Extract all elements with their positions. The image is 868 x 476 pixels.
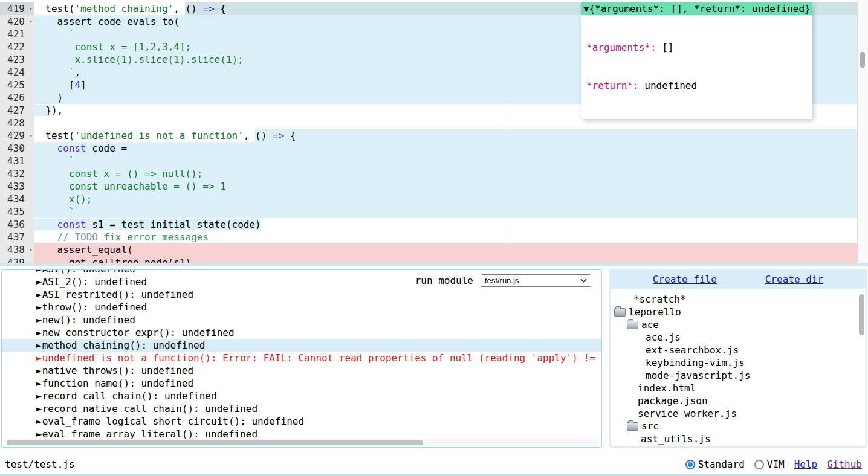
gutter-cell[interactable]: 433 [0, 180, 34, 193]
github-link[interactable]: Github [827, 458, 862, 470]
gutter-cell[interactable]: 429▾ [0, 129, 34, 142]
file-tree-scrollbar[interactable] [858, 293, 865, 445]
gutter-cell[interactable]: 423 [0, 53, 34, 66]
gutter-cell[interactable]: 420▾ [0, 15, 34, 28]
test-result-item[interactable]: ►eval_frame logical short circuit(): und… [2, 415, 601, 428]
tree-file[interactable]: index.html [611, 382, 866, 394]
error-line[interactable]: assert_equal( [34, 243, 858, 256]
tree-folder[interactable]: src [611, 420, 866, 433]
code-editor[interactable]: 419▾ test('method chaining', () => { 420… [0, 0, 868, 263]
code-line: 433 const unreachable = () => 1 [0, 180, 858, 193]
expand-icon[interactable]: ► [36, 276, 42, 288]
code-text[interactable]: ` [34, 155, 858, 167]
expand-icon[interactable]: ► [36, 403, 42, 414]
popup-header[interactable]: ▼{*arguments*: [], *return*: undefined} [581, 2, 812, 15]
code-text[interactable]: // TODO fix error messages [34, 231, 858, 243]
code-text[interactable]: const code = [34, 142, 858, 155]
gutter-cell[interactable]: 431 [0, 155, 34, 167]
scrollbar-thumb[interactable] [859, 294, 864, 335]
fold-icon[interactable]: ▾ [29, 129, 33, 142]
keybinding-standard-radio[interactable]: Standard [685, 458, 745, 470]
gutter-cell[interactable]: 419▾ [0, 2, 34, 15]
fold-icon[interactable]: ▾ [29, 2, 33, 15]
code-text[interactable]: x(); [34, 193, 858, 205]
expand-icon[interactable]: ► [36, 378, 42, 389]
eval-results-panel[interactable]: ►ASI(): undefined ►ASI_2(): undefined ►A… [1, 269, 602, 448]
gutter-cell[interactable]: 426 [0, 91, 34, 104]
code-text[interactable]: const x = () => null(); [34, 167, 858, 180]
gutter-cell[interactable]: 432 [0, 167, 34, 180]
tree-file[interactable]: mode-javascript.js [611, 369, 866, 382]
test-result-item[interactable]: ►eval_frame array_literal(): undefined [2, 428, 601, 440]
collapse-icon[interactable]: ▼ [583, 3, 589, 14]
gutter-cell[interactable]: 427 [0, 104, 34, 117]
fold-icon[interactable]: ▾ [29, 15, 33, 28]
error-line[interactable]: get_calltree_node(s1) [34, 256, 858, 263]
gutter-cell[interactable]: 437 [0, 231, 34, 243]
create-file-link[interactable]: Create file [653, 273, 717, 286]
gutter-cell[interactable]: 439 [0, 256, 34, 263]
expand-icon[interactable]: ► [36, 327, 42, 338]
gutter-cell[interactable]: 438▾ [0, 243, 34, 256]
tree-folder[interactable]: leporello [611, 306, 866, 318]
expand-icon[interactable]: ► [36, 352, 42, 364]
scrollbar-thumb[interactable] [7, 440, 423, 445]
tree-file[interactable]: ext-searchbox.js [611, 344, 866, 356]
test-result-item[interactable]: ►record call chain(): undefined [2, 390, 601, 402]
test-result-item-failed[interactable]: ►undefined is not a function(): Error: F… [2, 352, 601, 364]
gutter-cell[interactable]: 421 [0, 28, 34, 40]
tree-folder[interactable]: ace [611, 318, 866, 331]
expand-icon[interactable]: ► [36, 301, 42, 313]
expand-icon[interactable]: ► [36, 339, 42, 351]
tree-file[interactable]: package.json [611, 394, 866, 407]
popup-entry[interactable]: *return*: undefined [586, 79, 808, 92]
expand-icon[interactable]: ► [36, 365, 42, 376]
gutter-cell[interactable]: 424 [0, 66, 34, 79]
expand-icon[interactable]: ► [36, 289, 42, 300]
test-result-item[interactable]: ►record native call chain(): undefined [2, 402, 601, 415]
radio-unselected-icon[interactable] [754, 460, 764, 469]
expand-icon[interactable]: ► [36, 428, 42, 440]
bottom-section: ►ASI(): undefined ►ASI_2(): undefined ►A… [0, 269, 868, 448]
code-line: 431 ` [0, 155, 858, 167]
keybinding-vim-radio[interactable]: VIM [754, 458, 785, 470]
horizontal-scrollbar[interactable] [4, 439, 599, 446]
code-text[interactable]: const s1 = test_initial_state(code) [34, 218, 858, 231]
test-result-item[interactable]: ►native throws(): undefined [2, 364, 601, 377]
test-result-item[interactable]: ►throw(): undefined [2, 301, 601, 314]
run-module-select[interactable]: test/run.js [481, 274, 591, 287]
test-result-item[interactable]: ►new constructor expr(): undefined [2, 326, 601, 339]
chevron-down-icon [580, 278, 587, 283]
tree-file[interactable]: ast_utils.js [611, 433, 866, 445]
scrollbar-thumb[interactable] [860, 52, 865, 68]
code-text[interactable]: const unreachable = () => 1 [34, 180, 858, 193]
editor-vertical-scrollbar[interactable] [857, 0, 868, 263]
fold-icon[interactable]: ▾ [29, 243, 33, 256]
gutter-cell[interactable]: 422 [0, 40, 34, 53]
tree-item-scratch[interactable]: *scratch* [611, 293, 866, 306]
code-text[interactable]: test('undefined is not a function', () =… [34, 129, 858, 142]
expand-icon[interactable]: ► [36, 270, 42, 275]
test-result-item[interactable]: ►function name(): undefined [2, 377, 601, 390]
radio-selected-icon[interactable] [685, 460, 695, 469]
gutter-cell[interactable]: 434 [0, 193, 34, 205]
test-result-item[interactable]: ►new(): undefined [2, 314, 601, 326]
test-result-item[interactable]: ►ASI_restrited(): undefined [2, 288, 601, 301]
code-text[interactable]: ` [34, 205, 858, 218]
gutter-cell[interactable]: 430 [0, 142, 34, 155]
popup-entry[interactable]: *arguments*: [] [586, 41, 808, 54]
help-link[interactable]: Help [794, 458, 818, 470]
tree-file[interactable]: keybinding-vim.js [611, 356, 866, 369]
test-result-item-selected[interactable]: ►method chaining(): undefined [2, 339, 601, 352]
tree-file[interactable]: service_worker.js [611, 407, 866, 420]
expand-icon[interactable]: ► [36, 416, 42, 427]
expand-icon[interactable]: ► [36, 314, 42, 326]
gutter-cell[interactable]: 425 [0, 79, 34, 91]
gutter-cell[interactable]: 436 [0, 218, 34, 231]
gutter-cell[interactable]: 428 [0, 117, 34, 129]
tree-file[interactable]: ace.js [611, 331, 866, 344]
code-line: 432 const x = () => null(); [0, 167, 858, 180]
gutter-cell[interactable]: 435 [0, 205, 34, 218]
create-dir-link[interactable]: Create dir [765, 273, 823, 286]
expand-icon[interactable]: ► [36, 390, 42, 402]
